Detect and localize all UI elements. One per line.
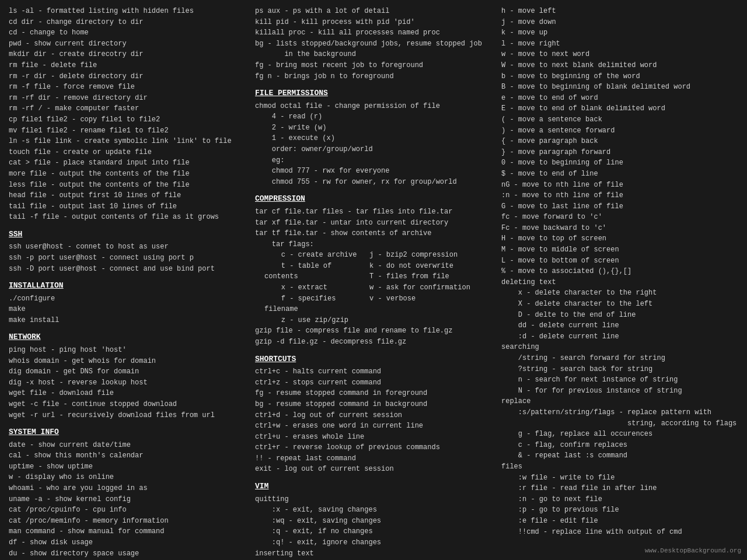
col3-line-8: e - move to end of word xyxy=(501,93,738,104)
col3-line-29: dd - delete current line xyxy=(501,320,738,331)
col3-line-27: X - delete character to the left xyxy=(501,299,738,310)
network-line-1: whois domain - get whois for domain xyxy=(9,356,246,367)
col1-line-10: cp file1 file2 - copy file1 to file2 xyxy=(9,114,246,125)
col1-line-5: rm file - delete file xyxy=(9,60,246,71)
col3-line-46: :p - go to previous file xyxy=(501,505,738,516)
col3-line-42: files xyxy=(501,461,738,473)
ssh-line-0: ssh user@host - connet to host as user xyxy=(9,242,246,253)
col3-line-7: B - move to beginning of blank delimited… xyxy=(501,82,738,93)
col3-line-14: 0 - move to beginning of line xyxy=(501,158,738,169)
col3-line-39: g - flag, replace all occurences xyxy=(501,429,738,440)
col1-line-0: ls -al - formatted listing with hidden f… xyxy=(9,6,246,17)
col3-line-2: k - move up xyxy=(501,27,738,38)
col2-top-3: bg - lists stopped/background jobs, resu… xyxy=(255,38,492,50)
fileperm-line-9: chmod 777 - rwx for everyone xyxy=(255,166,492,177)
col3-line-38: string, according to flags xyxy=(501,418,738,429)
col2-top-6: fg n - brings job n to foreground xyxy=(255,71,492,82)
column-3: h - move left j - move down k - move up … xyxy=(497,6,738,560)
shortcut-line-2: fg - resume stopped command in foregroun… xyxy=(255,388,492,399)
col1-line-3: pwd - show current directory xyxy=(9,38,246,50)
tar-flags-left: c - create archive t - table of contents… xyxy=(264,250,369,326)
col3-line-5: W - move to next blank delimited word xyxy=(501,60,738,71)
tar-flag-l2: x - extract xyxy=(264,282,369,293)
col3-line-25: deleting text xyxy=(501,277,738,288)
col3-line-15: $ - move to end of line xyxy=(501,169,738,180)
tar-flag-r1: k - do not overwrite xyxy=(369,261,474,272)
col3-line-28: D - delte to the end of line xyxy=(501,310,738,321)
col1-line-18: tail file - output last 10 lines of file xyxy=(9,201,246,212)
sysinfo-line-10: du - show directory space usage xyxy=(9,548,246,559)
vim-title: VIM xyxy=(255,481,492,492)
sysinfo-line-7: cat /proc/meminfo - memory information xyxy=(9,516,246,527)
col1-top-lines: ls -al - formatted listing with hidden f… xyxy=(9,6,246,223)
col3-line-9: E - move to end of blank delimited word xyxy=(501,103,738,114)
sysinfo-line-6: cat /proc/cpuinfo - cpu info xyxy=(9,505,246,516)
network-line-3: dig -x host - reverse lookup host xyxy=(9,377,246,388)
tar-flags-container: c - create archive t - table of contents… xyxy=(255,250,492,326)
comp-line2-2: gzip -d file.gz - decompress file.gz xyxy=(255,337,492,348)
vim-inserting-label: inserting text xyxy=(255,548,492,559)
col1-line-14: cat > file - place standard input into f… xyxy=(9,158,246,169)
col3-line-36: replace xyxy=(501,396,738,407)
col1-line-8: rm -rf dir - remove directory dir xyxy=(9,93,246,104)
page-container: ls -al - formatted listing with hidden f… xyxy=(9,6,738,560)
col3-line-24: % - move to associated (),{},[] xyxy=(501,266,738,277)
col1-line-12: ln -s file link - create symbolic link '… xyxy=(9,136,246,147)
tar-flag-l3: f - specifies filename xyxy=(264,293,369,315)
col3-line-12: { - move paragraph back xyxy=(501,136,738,147)
fileperm-line-2: 4 - read (r) xyxy=(255,111,492,123)
col3-line-3: l - move right xyxy=(501,38,738,50)
col3-line-35: N - for for previous instance of string xyxy=(501,386,738,397)
fileperm-line-10: chmod 755 - rw for owner, rx for group/w… xyxy=(255,177,492,188)
col3-line-13: } - move paragraph forward xyxy=(501,147,738,158)
col3-line-10: ( - move a sentence back xyxy=(501,114,738,125)
fileperm-line-3: 2 - write (w) xyxy=(255,123,492,134)
col3-line-26: x - delete character to the right xyxy=(501,288,738,299)
vim-quit-2: :q - exit, if no changes xyxy=(255,526,492,537)
tar-flags-right: j - bzip2 compression k - do not overwri… xyxy=(369,250,474,326)
col1-line-6: rm -r dir - delete directory dir xyxy=(9,71,246,82)
col3-line-40: c - flag, confirm replaces xyxy=(501,440,738,451)
tar-flag-l0: c - create archive xyxy=(264,250,369,261)
column-1: ls -al - formatted listing with hidden f… xyxy=(9,6,250,560)
column-2: ps aux - ps with a lot of detail kill pi… xyxy=(250,6,497,560)
tar-flag-r2: T - files from file xyxy=(369,271,474,282)
col3-line-34: n - search for next instance of string xyxy=(501,374,738,386)
col1-line-15: more file - output the contents of the f… xyxy=(9,169,246,180)
col3-line-31: searching xyxy=(501,342,738,353)
sysinfo-line-4: whoami - who are you logged in as xyxy=(9,483,246,494)
tar-flag-l1: t - table of contents xyxy=(264,261,369,282)
col3-line-37: :s/pattern/string/flags - replace patter… xyxy=(501,407,738,418)
col1-line-13: touch file - create or update file xyxy=(9,147,246,158)
col3-line-17: :n - move to nth line of file xyxy=(501,190,738,201)
install-line-0: ./configure xyxy=(9,293,246,304)
tar-flag-r4: v - verbose xyxy=(369,293,474,304)
col1-line-7: rm -f file - force remove file xyxy=(9,82,246,93)
col2-top-1: kill pid - kill process with pid 'pid' xyxy=(255,17,492,28)
col3-line-45: :n - go to next file xyxy=(501,494,738,505)
network-line-0: ping host - ping host 'host' xyxy=(9,345,246,356)
tar-flag-r0: j - bzip2 compression xyxy=(369,250,474,261)
comp-line-2: tar tf file.tar - show contents of archi… xyxy=(255,228,492,239)
col3-line-32: /string - search forward for string xyxy=(501,353,738,364)
col1-line-16: less file - output the contents of the f… xyxy=(9,180,246,191)
compression-title: COMPRESSION xyxy=(255,193,492,205)
fileperm-line-6: order: owner/group/world xyxy=(255,144,492,155)
col1-line-17: head file - output first 10 lines of fil… xyxy=(9,190,246,201)
vim-quit-0: :x - exit, saving changes xyxy=(255,505,492,516)
sysinfo-line-1: cal - show this month's calendar xyxy=(9,450,246,461)
col1-line-11: mv file1 file2 - rename file1 to file2 xyxy=(9,125,246,136)
network-line-2: dig domain - get DNS for domain xyxy=(9,366,246,377)
col1-line-9: rm -rf / - make computer faster xyxy=(9,103,246,114)
col1-line-1: cd dir - change directory to dir xyxy=(9,17,246,28)
col3-line-21: H - move to top of screen xyxy=(501,233,738,244)
col3-line-23: L - move to bottom of screen xyxy=(501,256,738,267)
comp-line-4: tar flags: xyxy=(255,239,492,250)
shortcut-line-4: ctrl+d - log out of current session xyxy=(255,410,492,421)
sysinfo-title: SYSTEM INFO xyxy=(9,426,246,438)
sysinfo-line-0: date - show current date/time xyxy=(9,440,246,451)
network-title: NETWORK xyxy=(9,331,246,343)
shortcut-line-3: bg - resume stopped command in backgroun… xyxy=(255,399,492,410)
col1-line-4: mkdir dir - create direcotry dir xyxy=(9,49,246,60)
col1-line-2: cd - change to home xyxy=(9,27,246,38)
